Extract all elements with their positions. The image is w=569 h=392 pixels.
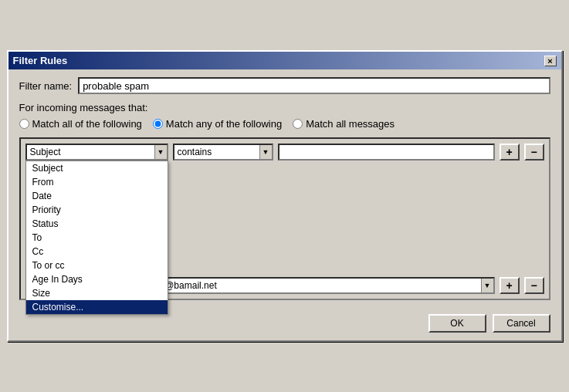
ok-button[interactable]: OK [428,314,486,333]
radio-match-any-label: Match any of the following [166,118,282,130]
add-rule-button-2[interactable]: + [500,277,520,294]
field-dropdown-container: Subject ▼ Subject From Date Priority Sta… [25,144,168,161]
field-select-value: Subject [27,147,154,157]
dropdown-item-subject[interactable]: Subject [26,161,168,175]
cancel-button[interactable]: Cancel [493,314,550,333]
radio-match-all-messages[interactable]: Match all messages [293,118,395,130]
radio-row: Match all of the following Match any of … [19,118,550,130]
dialog-title: Filter Rules [13,55,68,66]
field-select-arrow: ▼ [154,145,167,159]
radio-match-any-input[interactable] [153,119,163,129]
filter-name-row: Filter name: [19,77,550,94]
dialog-body: Filter name: For incoming messages that:… [8,69,561,308]
field-select-display[interactable]: Subject ▼ [25,144,168,161]
field-dropdown-list: Subject From Date Priority Status To Cc … [25,161,168,315]
dropdown-item-customise[interactable]: Customise... [26,300,168,314]
remove-rule-button-1[interactable]: − [524,144,544,161]
dropdown-item-size[interactable]: Size [26,286,168,300]
dropdown-item-to-or-cc[interactable]: To or cc [26,259,168,272]
rules-area: Subject ▼ Subject From Date Priority Sta… [19,137,550,300]
dropdown-item-from[interactable]: From [26,175,168,189]
filter-rules-dialog: Filter Rules × Filter name: For incoming… [7,50,563,342]
radio-match-any[interactable]: Match any of the following [153,118,282,130]
radio-match-all[interactable]: Match all of the following [19,118,142,130]
radio-match-all-messages-input[interactable] [293,119,303,129]
email-select-wrapper[interactable]: ▼ [130,277,495,294]
dropdown-item-priority[interactable]: Priority [26,203,168,217]
filter-name-label: Filter name: [19,80,73,92]
condition-value: contains [174,147,259,157]
radio-match-all-input[interactable] [19,119,29,129]
remove-rule-button-2[interactable]: − [524,277,544,294]
filter-name-input[interactable] [78,77,550,94]
email-select-arrow: ▼ [481,279,493,292]
add-rule-button-1[interactable]: + [500,144,520,161]
rule-value-input-1[interactable] [278,144,495,161]
close-button[interactable]: × [544,56,557,66]
dropdown-item-status[interactable]: Status [26,217,168,231]
condition-arrow: ▼ [259,145,272,159]
condition-select[interactable]: contains ▼ [173,144,273,161]
email-input[interactable] [132,279,481,292]
incoming-label: For incoming messages that: [19,102,550,113]
rule-row-1: Subject ▼ Subject From Date Priority Sta… [25,144,544,161]
radio-match-all-label: Match all of the following [32,118,142,130]
title-bar: Filter Rules × [8,52,561,69]
dropdown-item-age-in-days[interactable]: Age In Days [26,272,168,286]
radio-match-all-messages-label: Match all messages [306,118,395,130]
dropdown-item-to[interactable]: To [26,231,168,245]
dropdown-item-cc[interactable]: Cc [26,245,168,259]
dropdown-item-date[interactable]: Date [26,189,168,203]
